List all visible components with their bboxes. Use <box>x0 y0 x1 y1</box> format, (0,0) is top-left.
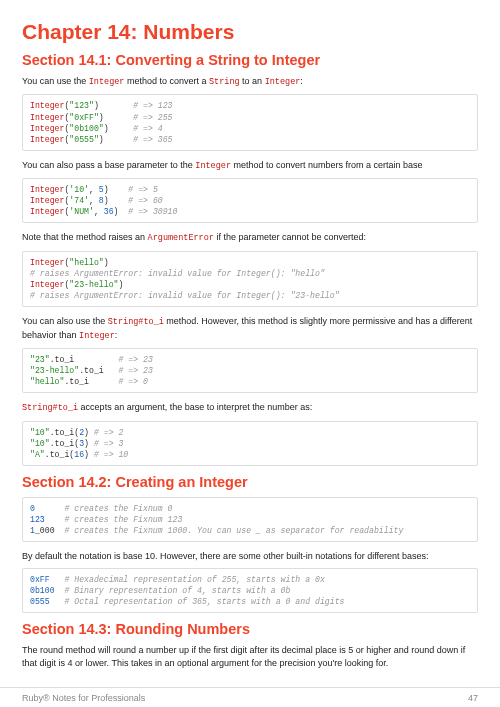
section-14-2-title: Section 14.2: Creating an Integer <box>22 474 478 490</box>
section-14-1-title: Section 14.1: Converting a String to Int… <box>22 52 478 68</box>
para-3: Note that the method raises an ArgumentE… <box>22 231 478 244</box>
code-block-1: Integer("123") # => 123 Integer("0xFF") … <box>22 94 478 150</box>
code-block-2: Integer('10', 5) # => 5 Integer('74', 8)… <box>22 178 478 223</box>
code-block-4: "23".to_i # => 23 "23-hello".to_i # => 2… <box>22 348 478 393</box>
para-4: You can also use the String#to_i method.… <box>22 315 478 342</box>
para-2: You can also pass a base parameter to th… <box>22 159 478 172</box>
footer-left: Ruby® Notes for Professionals <box>22 693 145 703</box>
para-1: You can use the Integer method to conver… <box>22 75 478 88</box>
page-footer: Ruby® Notes for Professionals 47 <box>0 687 500 707</box>
code-block-7: 0xFF # Hexadecimal representation of 255… <box>22 568 478 613</box>
section-14-3-title: Section 14.3: Rounding Numbers <box>22 621 478 637</box>
chapter-title: Chapter 14: Numbers <box>22 20 478 44</box>
para-6: By default the notation is base 10. Howe… <box>22 550 478 562</box>
code-block-5: "10".to_i(2) # => 2 "10".to_i(3) # => 3 … <box>22 421 478 466</box>
footer-page-number: 47 <box>468 693 478 703</box>
para-5: String#to_i accepts an argument, the bas… <box>22 401 478 414</box>
para-7: The round method will round a number up … <box>22 644 478 668</box>
code-block-3: Integer("hello") # raises ArgumentError:… <box>22 251 478 307</box>
code-block-6: 0 # creates the Fixnum 0 123 # creates t… <box>22 497 478 542</box>
